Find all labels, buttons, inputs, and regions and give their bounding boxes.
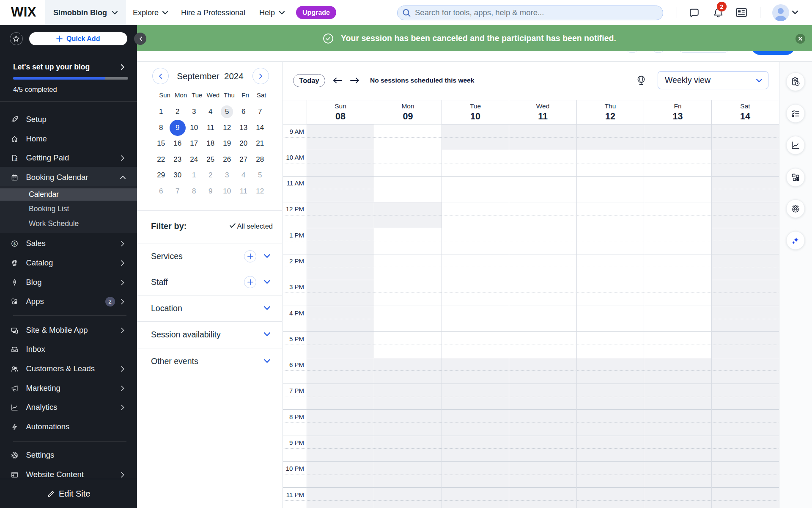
svg-text:$: $ [15, 157, 17, 161]
svg-text:$: $ [13, 241, 15, 246]
